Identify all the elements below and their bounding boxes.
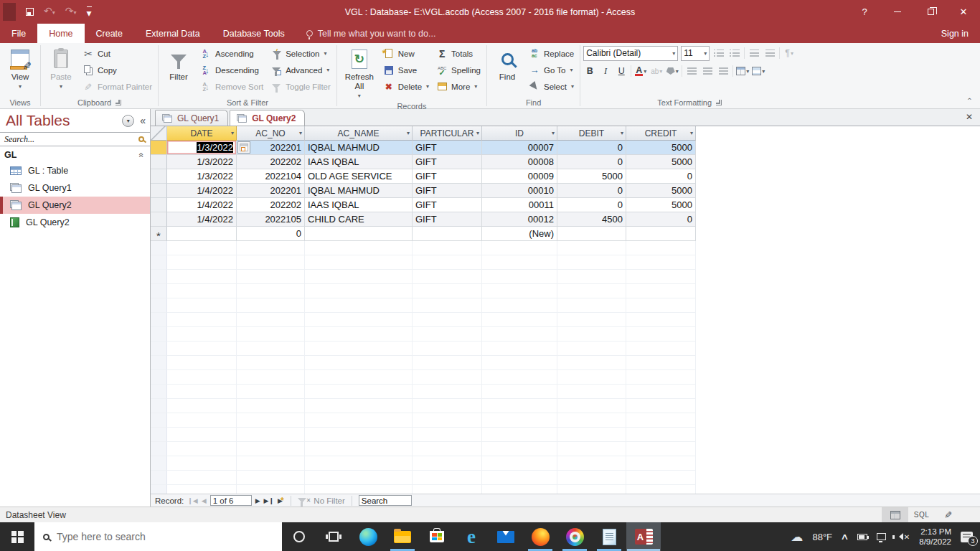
tab-create[interactable]: Create	[85, 24, 135, 43]
increase-indent-button[interactable]	[748, 46, 760, 60]
table-cell[interactable]: 0	[626, 212, 696, 227]
close-object-icon[interactable]: ✕	[966, 112, 973, 122]
notepad-button[interactable]	[592, 522, 626, 551]
minimize-button[interactable]	[881, 0, 914, 24]
table-cell[interactable]: GIFT	[413, 169, 482, 184]
remove-sort-button[interactable]: AZ↓Remove Sort	[197, 78, 266, 95]
record-position-input[interactable]: 1 of 6	[210, 495, 252, 506]
go-to-button[interactable]: →Go To▾	[526, 62, 577, 78]
help-button[interactable]: ?	[848, 0, 881, 24]
volume-muted-icon[interactable]: ✕	[895, 533, 910, 541]
first-record-button[interactable]: ❙◀	[187, 497, 197, 504]
weather-icon[interactable]: ☁	[791, 529, 803, 545]
column-header-debit[interactable]: DEBIT▾	[557, 126, 626, 141]
font-size-combo[interactable]: 11▾	[681, 46, 710, 61]
table-cell[interactable]: 00007	[482, 141, 557, 155]
battery-icon[interactable]	[857, 534, 867, 540]
table-cell[interactable]: 0	[237, 227, 305, 241]
table-cell[interactable]: 1/4/2022	[167, 184, 237, 198]
tab-gl-query2[interactable]: GL Query2	[230, 110, 305, 126]
column-filter-icon[interactable]: ▾	[690, 130, 693, 136]
refresh-all-button[interactable]: ↻ Refresh All▾	[340, 45, 379, 100]
table-cell[interactable]: GIFT	[413, 212, 482, 227]
undo-button[interactable]: ↶▾	[44, 6, 55, 18]
save-button[interactable]	[26, 8, 34, 16]
table-cell[interactable]: 5000	[557, 169, 626, 184]
sql-view-button[interactable]: SQL	[908, 507, 935, 522]
table-cell[interactable]	[305, 227, 413, 241]
align-left-button[interactable]	[685, 64, 698, 78]
table-cell[interactable]: GIFT	[413, 155, 482, 169]
collapse-group-icon[interactable]: «	[137, 153, 147, 158]
row-selector[interactable]	[151, 212, 167, 227]
column-filter-icon[interactable]: ▾	[407, 130, 410, 136]
table-cell[interactable]: OLD AGE SERVICE	[305, 169, 413, 184]
paragraph-direction-button[interactable]: ¶▾	[783, 46, 796, 60]
redo-button[interactable]: ↷▾	[65, 6, 77, 18]
bold-button[interactable]: B	[583, 64, 596, 78]
search-icon[interactable]	[138, 136, 144, 142]
table-cell[interactable]: 0	[557, 198, 626, 212]
totals-button[interactable]: ΣTotals	[433, 45, 484, 62]
table-cell[interactable]: 4500	[557, 212, 626, 227]
table-cell[interactable]	[557, 227, 626, 241]
row-selector[interactable]	[151, 141, 167, 155]
format-painter-button[interactable]: ✎Format Painter	[80, 78, 155, 95]
column-header-particular[interactable]: PARTICULAR▾	[413, 126, 482, 141]
previous-record-button[interactable]: ◀	[202, 497, 207, 504]
table-cell[interactable]	[413, 227, 482, 241]
start-button[interactable]	[0, 522, 34, 551]
sidebar-item-gl-table[interactable]: GL : Table	[0, 162, 150, 179]
table-cell[interactable]	[167, 227, 237, 241]
mail-button[interactable]	[489, 522, 523, 551]
nav-group-header[interactable]: GL «	[0, 146, 150, 162]
advanced-button[interactable]: Advanced▾	[268, 62, 334, 78]
replace-button[interactable]: abacReplace	[526, 45, 577, 62]
table-cell[interactable]: 2022105	[237, 212, 305, 227]
table-cell[interactable]	[626, 227, 696, 241]
table-cell[interactable]: 202202	[237, 155, 305, 169]
table-cell[interactable]: 1/3/2022	[167, 155, 237, 169]
table-cell[interactable]: GIFT	[413, 141, 482, 155]
table-cell[interactable]: IQBAL MAHMUD	[305, 141, 413, 155]
tab-home[interactable]: Home	[37, 24, 84, 43]
collapse-ribbon-icon[interactable]: ⌃	[966, 97, 973, 104]
table-cell[interactable]: 00010	[482, 184, 557, 198]
new-record-button[interactable]: New	[380, 45, 432, 62]
sidebar-item-gl-query1[interactable]: GL Query1	[0, 179, 150, 197]
customize-qat-button[interactable]: ▾	[87, 6, 92, 18]
table-cell[interactable]: 2022104	[237, 169, 305, 184]
text-formatting-dialog-launcher[interactable]	[716, 100, 722, 105]
table-cell[interactable]: 5000	[626, 155, 696, 169]
row-selector[interactable]	[151, 169, 167, 184]
nav-search-input[interactable]: Search...	[0, 132, 150, 146]
column-header-ac_no[interactable]: AC_NO▾	[237, 126, 305, 141]
table-cell[interactable]: 0	[626, 169, 696, 184]
align-center-button[interactable]	[701, 64, 714, 78]
column-header-id[interactable]: ID▾	[482, 126, 557, 141]
background-color-button[interactable]: ▾	[666, 64, 679, 78]
underline-button[interactable]: U	[615, 64, 628, 78]
column-filter-icon[interactable]: ▾	[231, 130, 234, 136]
column-filter-icon[interactable]: ▾	[621, 130, 623, 136]
table-cell[interactable]: 5000	[626, 184, 696, 198]
notification-center-button[interactable]: 3	[961, 532, 973, 542]
gridlines-button[interactable]: ▾	[736, 64, 749, 78]
table-cell[interactable]: GIFT	[413, 184, 482, 198]
table-cell[interactable]: 00011	[482, 198, 557, 212]
table-cell[interactable]: 1/3/2022	[167, 141, 237, 155]
record-search-input[interactable]: Search	[359, 495, 412, 506]
table-cell[interactable]: 1/3/2022	[167, 169, 237, 184]
table-cell[interactable]: 00009	[482, 169, 557, 184]
table-cell[interactable]: 202202	[237, 198, 305, 212]
table-cell[interactable]: 0	[557, 155, 626, 169]
column-header-credit[interactable]: CREDIT▾	[626, 126, 696, 141]
bullets-button[interactable]	[712, 46, 725, 60]
internet-explorer-button[interactable]: e	[454, 522, 489, 551]
row-selector[interactable]	[151, 198, 167, 212]
toggle-filter-button[interactable]: Toggle Filter	[268, 78, 334, 95]
table-cell[interactable]: 5000	[626, 141, 696, 155]
access-taskbar-button[interactable]: A	[626, 522, 661, 551]
decrease-indent-button[interactable]	[763, 46, 776, 60]
spelling-button[interactable]: ABC✓Spelling	[433, 62, 484, 78]
